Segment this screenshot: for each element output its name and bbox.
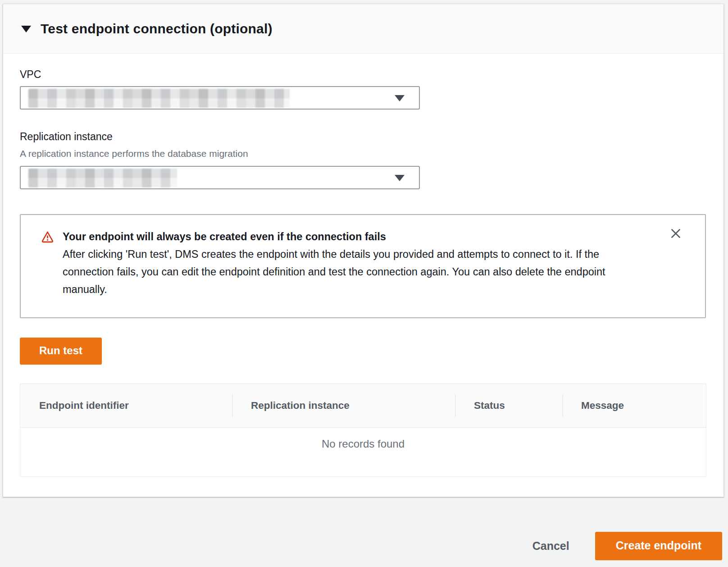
alert-title: Your endpoint will always be created eve… bbox=[63, 228, 648, 246]
empty-state-text: No records found bbox=[322, 438, 405, 450]
column-header-message: Message bbox=[562, 384, 706, 427]
cancel-button[interactable]: Cancel bbox=[532, 540, 569, 553]
close-icon[interactable] bbox=[669, 227, 682, 240]
vpc-label: VPC bbox=[20, 69, 705, 81]
footer-actions: Cancel Create endpoint bbox=[0, 497, 728, 560]
test-results-table: Endpoint identifier Replication instance… bbox=[20, 384, 706, 477]
alert-content: Your endpoint will always be created eve… bbox=[63, 228, 648, 298]
warning-triangle-icon bbox=[41, 230, 54, 245]
section-header[interactable]: Test endpoint connection (optional) bbox=[3, 4, 723, 54]
collapse-triangle-icon bbox=[21, 26, 31, 32]
vpc-select[interactable] bbox=[20, 86, 420, 110]
replication-instance-field: Replication instance A replication insta… bbox=[20, 131, 705, 189]
column-header-status: Status bbox=[455, 384, 562, 427]
replication-instance-description: A replication instance performs the data… bbox=[20, 148, 705, 159]
section-title: Test endpoint connection (optional) bbox=[41, 21, 273, 37]
test-endpoint-connection-card: Test endpoint connection (optional) VPC … bbox=[3, 4, 724, 497]
create-endpoint-button[interactable]: Create endpoint bbox=[595, 532, 722, 560]
section-body: VPC Replication instance A replication i… bbox=[3, 54, 723, 477]
replication-instance-label: Replication instance bbox=[20, 131, 705, 143]
chevron-down-icon bbox=[395, 175, 405, 181]
vpc-redacted-value bbox=[28, 89, 290, 108]
run-test-button[interactable]: Run test bbox=[20, 338, 102, 365]
table-body: No records found bbox=[20, 428, 706, 476]
alert-body: After clicking 'Run test', DMS creates t… bbox=[63, 246, 648, 298]
warning-alert: Your endpoint will always be created eve… bbox=[20, 214, 706, 318]
column-header-replication-instance: Replication instance bbox=[232, 384, 455, 427]
chevron-down-icon bbox=[395, 95, 405, 101]
replication-instance-select[interactable] bbox=[20, 166, 420, 189]
table-header-row: Endpoint identifier Replication instance… bbox=[20, 384, 706, 428]
column-header-endpoint-identifier: Endpoint identifier bbox=[20, 384, 232, 427]
vpc-field: VPC bbox=[20, 69, 705, 110]
replication-instance-redacted-value bbox=[28, 169, 177, 187]
